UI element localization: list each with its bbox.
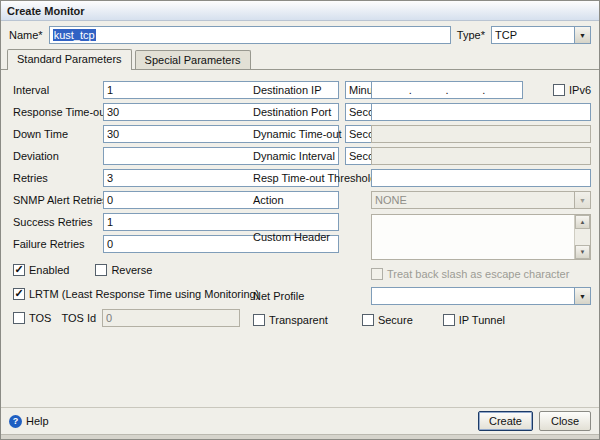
ip-dot: . [445, 84, 448, 96]
dynamic-interval-label: Dynamic Interval [253, 150, 371, 162]
treat-backslash-row: Treat back slash as escape character [371, 267, 591, 281]
ip-tunnel-checkbox[interactable] [443, 314, 455, 326]
dynamic-timeout-input [371, 125, 591, 143]
tos-row: TOS TOS Id [13, 309, 249, 327]
ipv6-checkbox[interactable] [553, 84, 565, 96]
resp-timeout-threshold-label: Resp Time-out Threshold [253, 172, 371, 184]
resp-timeout-threshold-row: Resp Time-out Threshold [253, 169, 591, 187]
custom-header-text [372, 215, 574, 259]
destination-ip-row: Destination IP . . . IPv6 [253, 81, 591, 99]
create-button[interactable]: Create [478, 411, 533, 431]
retries-row: Retries [13, 169, 249, 187]
failure-retries-label: Failure Retries [13, 238, 103, 250]
lrtm-checkbox[interactable]: ✓ [13, 288, 25, 300]
down-time-row: Down Time Seconds ▼ [13, 125, 249, 143]
lrtm-row: ✓ LRTM (Least Response Time using Monito… [13, 285, 249, 303]
dynamic-timeout-label: Dynamic Time-out [253, 128, 371, 140]
reverse-checkbox[interactable] [95, 264, 107, 276]
action-select-value: NONE [372, 192, 574, 208]
custom-header-label: Custom Header [253, 231, 371, 243]
tab-standard-parameters[interactable]: Standard Parameters [7, 49, 132, 70]
net-profile-label: Net Profile [253, 290, 371, 302]
resp-timeout-threshold-input[interactable] [371, 169, 591, 187]
type-label: Type* [457, 29, 485, 41]
scroll-up-icon[interactable]: ▲ [575, 215, 590, 229]
down-time-label: Down Time [13, 128, 103, 140]
left-column: Interval Minutes ▼ Response Time-out Sec… [13, 81, 249, 331]
titlebar: Create Monitor [1, 1, 599, 21]
window-resize-edge [1, 434, 599, 439]
chevron-down-icon: ▼ [574, 288, 590, 304]
tos-id-input [102, 309, 240, 327]
action-row: Action NONE ▼ [253, 191, 591, 209]
action-label: Action [253, 194, 371, 206]
lrtm-label: LRTM (Least Response Time using Monitori… [29, 288, 259, 300]
type-select-value: TCP [492, 27, 574, 43]
enabled-checkbox[interactable]: ✓ [13, 264, 25, 276]
ip-dot: . [409, 84, 412, 96]
destination-port-input[interactable] [371, 103, 591, 121]
reverse-label: Reverse [111, 264, 152, 276]
success-retries-label: Success Retries [13, 216, 103, 228]
check-icon: ✓ [14, 264, 23, 275]
net-profile-value [372, 288, 574, 304]
name-type-row: Name* kust_tcp Type* TCP ▼ [1, 21, 599, 48]
net-profile-row: Net Profile ▼ [253, 287, 591, 305]
scroll-down-icon[interactable]: ▼ [575, 245, 590, 259]
dynamic-interval-row: Dynamic Interval [253, 147, 591, 165]
help-label: Help [26, 415, 49, 427]
snmp-alert-retries-label: SNMP Alert Retries [13, 194, 103, 206]
custom-header-row: Custom Header ▲ ▼ [253, 213, 591, 261]
help-icon: ? [9, 415, 22, 428]
secure-label: Secure [378, 314, 413, 326]
response-timeout-label: Response Time-out [13, 106, 103, 118]
destination-ip-label: Destination IP [253, 84, 371, 96]
ip-tunnel-label: IP Tunnel [459, 314, 505, 326]
type-select[interactable]: TCP ▼ [491, 26, 591, 44]
response-timeout-row: Response Time-out Seconds ▼ [13, 103, 249, 121]
footer: ? Help Create Close [1, 407, 599, 434]
scrollbar-track[interactable] [575, 229, 590, 245]
deviation-row: Deviation Seconds ▼ [13, 147, 249, 165]
destination-port-row: Destination Port [253, 103, 591, 121]
chevron-down-icon: ▼ [574, 27, 590, 43]
ip-dot: . [482, 84, 485, 96]
custom-header-scrollbar[interactable]: ▲ ▼ [574, 215, 590, 259]
dynamic-interval-input [371, 147, 591, 165]
failure-retries-row: Failure Retries [13, 235, 249, 253]
destination-port-label: Destination Port [253, 106, 371, 118]
custom-header-textarea[interactable]: ▲ ▼ [371, 214, 591, 260]
close-button[interactable]: Close [539, 411, 591, 431]
transparent-label: Transparent [269, 314, 328, 326]
enabled-label: Enabled [29, 264, 69, 276]
standard-parameters-panel: Interval Minutes ▼ Response Time-out Sec… [1, 70, 599, 407]
snmp-alert-retries-row: SNMP Alert Retries [13, 191, 249, 209]
destination-ip-input[interactable]: . . . [371, 81, 523, 99]
retries-label: Retries [13, 172, 103, 184]
enabled-reverse-row: ✓ Enabled Reverse [13, 261, 249, 279]
tos-id-label: TOS Id [61, 312, 96, 324]
help-link[interactable]: ? Help [9, 415, 49, 428]
interval-label: Interval [13, 84, 103, 96]
name-input-selected-text: kust_tcp [53, 29, 96, 41]
secure-checkbox[interactable] [362, 314, 374, 326]
ipv6-label: IPv6 [569, 84, 591, 96]
tos-label: TOS [29, 312, 51, 324]
net-profile-select[interactable]: ▼ [371, 287, 591, 305]
dynamic-timeout-row: Dynamic Time-out [253, 125, 591, 143]
name-input[interactable]: kust_tcp [49, 26, 451, 44]
tos-checkbox[interactable] [13, 312, 25, 324]
create-monitor-dialog: Create Monitor Name* kust_tcp Type* TCP … [0, 0, 600, 440]
transparent-secure-iptunnel-row: Transparent Secure IP Tunnel [253, 311, 591, 329]
check-icon: ✓ [14, 288, 23, 299]
action-select: NONE ▼ [371, 191, 591, 209]
tabstrip: Standard Parameters Special Parameters [1, 48, 599, 70]
right-column: Destination IP . . . IPv6 Destination Po… [253, 81, 591, 333]
transparent-checkbox[interactable] [253, 314, 265, 326]
interval-row: Interval Minutes ▼ [13, 81, 249, 99]
name-label: Name* [9, 29, 43, 41]
treat-backslash-checkbox [371, 268, 383, 280]
treat-backslash-label: Treat back slash as escape character [387, 268, 569, 280]
chevron-down-icon: ▼ [574, 192, 590, 208]
tab-special-parameters[interactable]: Special Parameters [135, 50, 251, 69]
